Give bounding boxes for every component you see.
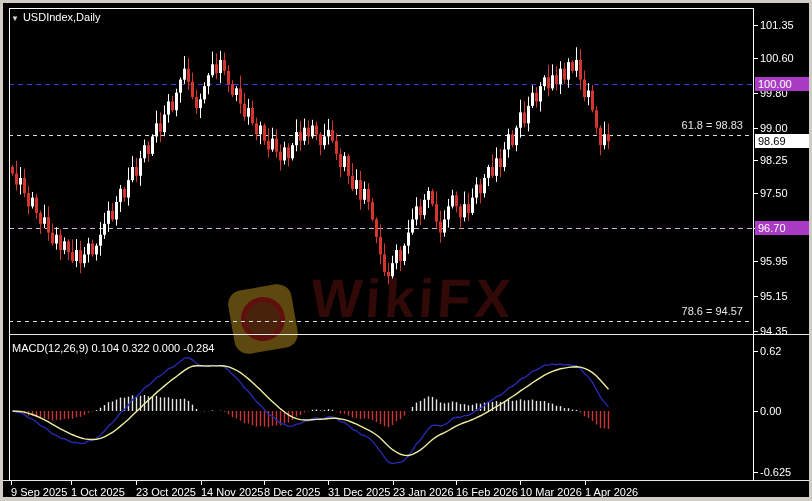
macd-tick-label: 0.62: [760, 345, 781, 357]
price-tick-label: 101.35: [760, 19, 794, 31]
date-tick-label: 10 Mar 2026: [520, 486, 582, 498]
date-tick-label: 23 Jan 2026: [393, 486, 454, 498]
pane-border-left: [9, 8, 10, 480]
date-tick-label: 1 Apr 2026: [585, 486, 638, 498]
price-tick-label: 95.95: [760, 255, 788, 267]
fib-level-label-786: 78.6 = 94.57: [3, 305, 743, 318]
pane-border-right: [753, 8, 754, 480]
fib-level-label-618: 61.8 = 98.83: [3, 119, 743, 132]
chart-canvas[interactable]: [3, 3, 812, 501]
price-tick-label: 95.15: [760, 290, 788, 302]
symbol-label-text: USDIndex,Daily: [23, 11, 101, 23]
price-tag-9670: 96.70: [755, 221, 809, 235]
price-tick-label: 94.35: [760, 325, 788, 337]
last-price-tag: 98.69: [755, 134, 809, 148]
date-tick-label: 8 Dec 2025: [264, 486, 320, 498]
date-tick-label: 14 Nov 2025: [201, 486, 263, 498]
date-axis-separator: [3, 480, 809, 481]
macd-tick-label: 0.00: [760, 405, 781, 417]
chart-window: WikiFX ▼USDIndex,Daily MACD(12,26,9) 0.1…: [0, 0, 812, 501]
price-tick-label: 99.00: [760, 122, 788, 134]
price-tick-label: 97.50: [760, 187, 788, 199]
date-tick-label: 16 Feb 2026: [456, 486, 518, 498]
date-tick-label: 31 Dec 2025: [328, 486, 390, 498]
chevron-down-icon: ▼: [11, 14, 19, 23]
price-tick-label: 100.60: [760, 52, 794, 64]
date-tick-label: 1 Oct 2025: [71, 486, 125, 498]
macd-tick-label: -0.625: [760, 466, 791, 478]
pane-splitter[interactable]: [9, 334, 809, 335]
price-tag-100: 100.00: [755, 77, 809, 91]
date-tick-label: 9 Sep 2025: [11, 486, 67, 498]
symbol-label[interactable]: ▼USDIndex,Daily: [11, 11, 101, 25]
price-tick-label: 98.25: [760, 154, 788, 166]
pane-border-top: [9, 8, 754, 9]
date-tick-label: 23 Oct 2025: [136, 486, 196, 498]
macd-legend: MACD(12,26,9) 0.104 0.322 0.000 -0.284: [12, 342, 214, 355]
